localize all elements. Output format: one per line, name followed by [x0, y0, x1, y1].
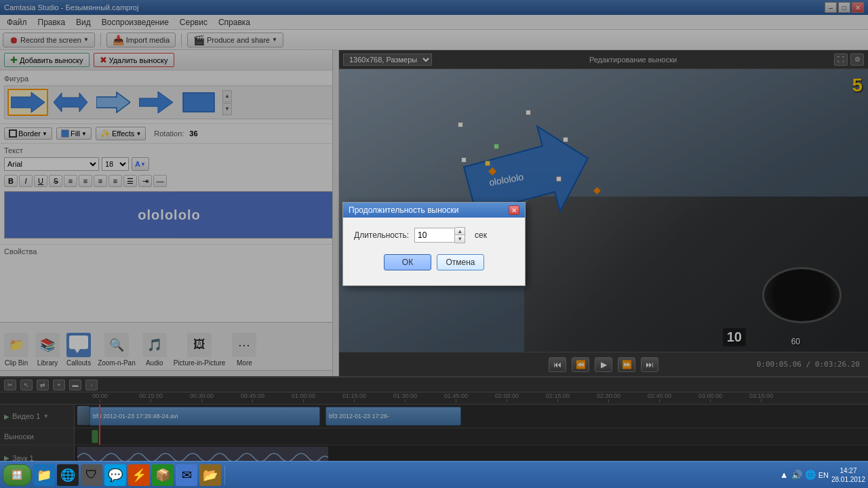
- duration-unit: сек: [475, 230, 487, 240]
- spinner-buttons: ▲ ▼: [455, 227, 465, 243]
- dialog-titlebar: Продолжительность выноски ✕: [343, 203, 525, 218]
- cancel-label: Отмена: [446, 258, 475, 267]
- taskbar-skype[interactable]: 💬: [104, 464, 126, 486]
- clock-time: 14:27: [831, 466, 865, 475]
- dialog-close-button[interactable]: ✕: [509, 205, 519, 215]
- taskbar-chrome[interactable]: 🌐: [57, 464, 79, 486]
- taskbar-separator: [224, 466, 225, 485]
- tray-icon-2[interactable]: 🔊: [791, 470, 802, 480]
- dialog-buttons: ОК Отмена: [354, 254, 514, 276]
- windows-icon: 🪟: [12, 470, 22, 480]
- tray-icon-3[interactable]: 🌐: [805, 470, 816, 480]
- dialog-overlay: Продолжительность выноски ✕ Длительность…: [0, 0, 868, 488]
- duration-dialog: Продолжительность выноски ✕ Длительность…: [342, 202, 526, 286]
- lang-indicator[interactable]: EN: [818, 471, 829, 479]
- taskbar-app7[interactable]: ✉: [176, 464, 197, 486]
- taskbar-explorer[interactable]: 📁: [33, 464, 55, 486]
- taskbar-right: ▲ 🔊 🌐 EN 14:27 28.01.2012: [780, 466, 865, 484]
- duration-input-wrap: ▲ ▼: [414, 227, 465, 243]
- duration-input[interactable]: [414, 228, 455, 243]
- dialog-title: Продолжительность выноски: [349, 205, 458, 215]
- duration-label: Длительность:: [354, 230, 409, 240]
- taskbar-app8[interactable]: 📂: [199, 464, 221, 486]
- cancel-button[interactable]: Отмена: [437, 254, 484, 270]
- taskbar-app5[interactable]: ⚡: [128, 464, 150, 486]
- tray-icon-1[interactable]: ▲: [780, 470, 789, 480]
- start-button[interactable]: 🪟: [3, 464, 31, 486]
- taskbar: 🪟 📁 🌐 🛡 💬 ⚡ 📦 ✉ 📂 ▲ 🔊 🌐 EN 14:27 28.01.2…: [0, 461, 868, 488]
- ok-button[interactable]: ОК: [384, 254, 431, 270]
- ok-label: ОК: [402, 258, 413, 267]
- taskbar-app6[interactable]: 📦: [152, 464, 174, 486]
- dialog-row: Длительность: ▲ ▼ сек: [354, 227, 514, 243]
- clock-date: 28.01.2012: [831, 475, 865, 484]
- dialog-body: Длительность: ▲ ▼ сек ОК Отмена: [343, 218, 525, 285]
- clock[interactable]: 14:27 28.01.2012: [831, 466, 865, 484]
- spin-up-button[interactable]: ▲: [455, 228, 465, 235]
- spin-down-button[interactable]: ▼: [455, 235, 465, 243]
- taskbar-utorrent[interactable]: 🛡: [81, 464, 102, 486]
